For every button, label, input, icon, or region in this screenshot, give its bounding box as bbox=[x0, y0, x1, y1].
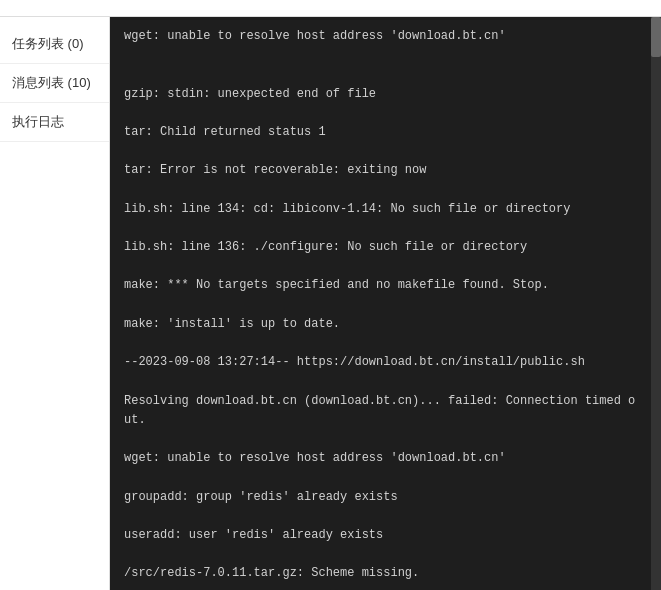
terminal-line: Resolving download.bt.cn (download.bt.cn… bbox=[124, 392, 637, 430]
terminal-container: wget: unable to resolve host address 'do… bbox=[110, 17, 661, 590]
terminal-line: make: *** No targets specified and no ma… bbox=[124, 276, 637, 295]
sidebar-item-exec-log[interactable]: 执行日志 bbox=[0, 103, 109, 142]
terminal-line: lib.sh: line 136: ./configure: No such f… bbox=[124, 238, 637, 257]
terminal-line: gzip: stdin: unexpected end of file bbox=[124, 85, 637, 104]
scrollbar-track[interactable] bbox=[651, 17, 661, 590]
app-title bbox=[0, 0, 661, 17]
terminal-line: wget: unable to resolve host address 'do… bbox=[124, 449, 637, 468]
terminal-line: useradd: user 'redis' already exists bbox=[124, 526, 637, 545]
terminal-line: wget: unable to resolve host address 'do… bbox=[124, 27, 637, 46]
scrollbar-thumb[interactable] bbox=[651, 17, 661, 57]
terminal-line: tar: Error is not recoverable: exiting n… bbox=[124, 161, 637, 180]
sidebar: 任务列表 (0)消息列表 (10)执行日志 bbox=[0, 17, 110, 590]
terminal-line: tar: Child returned status 1 bbox=[124, 123, 637, 142]
terminal-output[interactable]: wget: unable to resolve host address 'do… bbox=[110, 17, 651, 590]
sidebar-item-message-list[interactable]: 消息列表 (10) bbox=[0, 64, 109, 103]
terminal-line: lib.sh: line 134: cd: libiconv-1.14: No … bbox=[124, 200, 637, 219]
terminal-line: groupadd: group 'redis' already exists bbox=[124, 488, 637, 507]
terminal-line: /src/redis-7.0.11.tar.gz: Scheme missing… bbox=[124, 564, 637, 583]
content-area: wget: unable to resolve host address 'do… bbox=[110, 17, 661, 590]
sidebar-item-task-list[interactable]: 任务列表 (0) bbox=[0, 25, 109, 64]
terminal-line: make: 'install' is up to date. bbox=[124, 315, 637, 334]
main-layout: 任务列表 (0)消息列表 (10)执行日志 wget: unable to re… bbox=[0, 17, 661, 590]
terminal-line: --2023-09-08 13:27:14-- https://download… bbox=[124, 353, 637, 372]
